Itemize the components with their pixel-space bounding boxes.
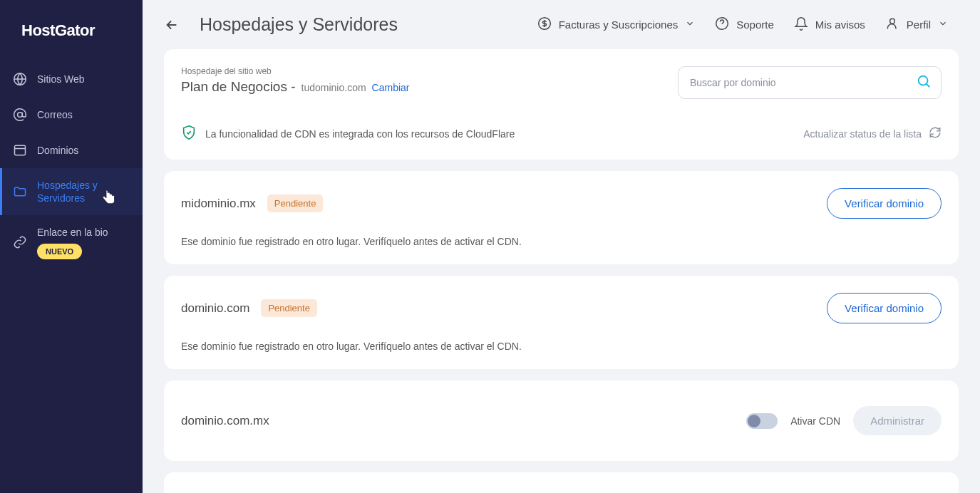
refresh-icon	[929, 126, 942, 141]
domain-card: midominio.mx Pendiente Verificar dominio…	[164, 171, 959, 264]
sidebar-item-dominios[interactable]: Dominios	[0, 133, 143, 168]
domain-name: dominio.com.mx	[181, 414, 269, 428]
toggle-label: Ativar CDN	[790, 415, 840, 427]
perfil-label: Perfil	[907, 19, 931, 31]
back-arrow-icon[interactable]	[164, 17, 180, 33]
domain-card: dominio.com.mx Ativar CDN Administrar	[164, 380, 959, 461]
window-icon	[13, 143, 27, 157]
domain-card-peek	[164, 472, 959, 493]
avisos-link[interactable]: Mis avisos	[794, 16, 865, 33]
domain-desc: Ese dominio fue registrado en otro lugar…	[181, 341, 942, 352]
page-title: Hospedajes y Servidores	[200, 14, 398, 35]
cdn-info: La funcionalidad de CDN es integrada con…	[181, 125, 515, 142]
main-content: Hospedajes y Servidores Facturas y Suscr…	[143, 0, 980, 493]
sidebar-item-enlace-bio[interactable]: Enlace en la bio NUEVO	[0, 215, 143, 269]
toggle-knob	[748, 415, 760, 427]
globe-icon	[13, 72, 27, 86]
brand-logo: HostGator	[0, 14, 143, 61]
refresh-label: Actualizar status de la lista	[803, 128, 922, 140]
status-badge: Pendiente	[261, 299, 317, 317]
domain-desc: Ese dominio fue registrado en otro lugar…	[181, 236, 942, 247]
sidebar-item-label: Hospedajes y Servidores	[37, 179, 130, 204]
dollar-icon	[537, 16, 552, 33]
at-icon	[13, 108, 27, 122]
sidebar-item-label: Dominios	[37, 144, 78, 157]
breadcrumb: Hospedaje del sitio web	[181, 66, 410, 76]
sidebar-item-label: Sitios Web	[37, 73, 85, 85]
new-badge: NUEVO	[37, 244, 82, 259]
domain-name: midominio.mx	[181, 197, 256, 211]
svg-point-1	[18, 113, 23, 118]
bell-icon	[794, 16, 808, 33]
status-badge: Pendiente	[267, 194, 324, 212]
facturas-menu[interactable]: Facturas y Suscripciones	[537, 16, 696, 33]
search-icon[interactable]	[916, 73, 932, 92]
cdn-info-text: La funcionalidad de CDN es integrada con…	[205, 128, 515, 140]
search-wrap	[678, 66, 942, 99]
domain-card: dominio.com Pendiente Verificar dominio …	[164, 276, 959, 369]
svg-point-5	[889, 19, 894, 24]
chevron-down-icon	[938, 19, 948, 31]
sidebar-item-label: Correos	[37, 108, 73, 121]
refresh-status-link[interactable]: Actualizar status de la lista	[803, 126, 942, 141]
sidebar-item-hospedajes[interactable]: Hospedajes y Servidores	[0, 168, 143, 215]
folder-icon	[13, 185, 27, 199]
verify-domain-button[interactable]: Verificar dominio	[827, 188, 942, 219]
cdn-toggle[interactable]	[746, 413, 778, 429]
link-icon	[13, 235, 27, 249]
plan-name: Plan de Negocios -	[181, 79, 296, 95]
soporte-link[interactable]: Soporte	[715, 16, 774, 33]
manage-button[interactable]: Administrar	[853, 406, 942, 435]
sidebar-item-sitios-web[interactable]: Sitios Web	[0, 61, 143, 97]
user-icon	[885, 16, 899, 33]
sidebar-item-label: Enlace en la bio	[37, 226, 108, 239]
plan-domain: tudominio.com	[301, 82, 366, 93]
perfil-menu[interactable]: Perfil	[885, 16, 948, 33]
verify-domain-button[interactable]: Verificar dominio	[827, 293, 942, 323]
sidebar: HostGator Sitios Web Correos Dominios	[0, 0, 143, 493]
chevron-down-icon	[685, 19, 695, 31]
avisos-label: Mis avisos	[815, 19, 865, 31]
question-icon	[715, 16, 729, 33]
change-link[interactable]: Cambiar	[372, 82, 410, 93]
cursor-hand-icon	[101, 190, 115, 210]
domain-name: dominio.com	[181, 301, 249, 316]
sidebar-item-correos[interactable]: Correos	[0, 97, 143, 133]
search-input[interactable]	[678, 66, 942, 99]
svg-rect-2	[15, 145, 26, 155]
content-area: Hospedaje del sitio web Plan de Negocios…	[143, 49, 980, 493]
hosting-header-card: Hospedaje del sitio web Plan de Negocios…	[164, 49, 959, 160]
shield-check-icon	[181, 125, 197, 142]
topbar: Hospedajes y Servidores Facturas y Suscr…	[143, 0, 980, 49]
facturas-label: Facturas y Suscripciones	[559, 19, 679, 31]
soporte-label: Soporte	[736, 19, 774, 31]
svg-point-6	[919, 76, 928, 85]
